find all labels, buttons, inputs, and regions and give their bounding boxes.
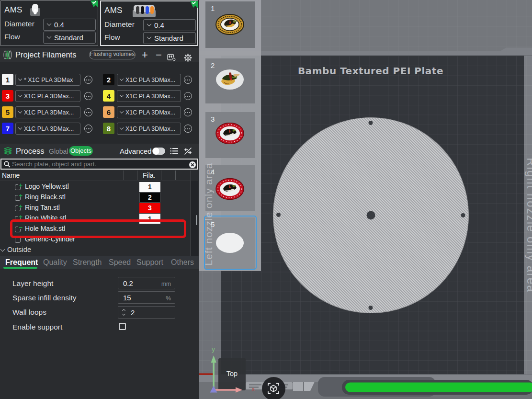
chevron-down-icon <box>147 34 152 39</box>
ams-1-diameter-select[interactable]: 0.4 <box>43 19 96 31</box>
tab-quality[interactable]: Quality <box>43 258 67 267</box>
ams-1-diameter-label: Diameter <box>4 20 34 28</box>
list-view-icon[interactable] <box>170 148 179 155</box>
process-scope-objects[interactable]: Objects <box>69 146 93 156</box>
plate-1-preview <box>215 14 244 35</box>
filament-6-edit-button[interactable] <box>184 108 192 116</box>
chevron-down-icon <box>18 93 22 97</box>
filament-8-edit-button[interactable] <box>184 125 192 133</box>
filament-1-edit-button[interactable] <box>84 76 92 84</box>
stepper-up-icon[interactable] <box>122 308 126 312</box>
filament-3-edit-button[interactable] <box>84 92 92 100</box>
cube-scan-icon <box>266 381 281 396</box>
filament-6-swatch[interactable]: 6 <box>103 106 114 118</box>
remove-filament-button[interactable]: − <box>156 48 162 62</box>
tab-speed[interactable]: Speed <box>109 258 131 267</box>
ams-panel-2[interactable]: AMS Diameter 0.4 Flow Standard <box>100 0 198 46</box>
disk-hole-bottom <box>369 306 373 310</box>
plate-thumbnail-1[interactable]: 1 <box>205 1 255 48</box>
filament-1-select[interactable]: * X1C PLA 3DMax <box>15 74 80 86</box>
process-scope-global[interactable]: Global <box>49 148 68 155</box>
layer-height-input[interactable]: 0.2 mm <box>118 277 175 289</box>
search-placeholder: Search plate, object and part. <box>12 160 96 168</box>
filament-3-select[interactable]: X1C PLA 3DMax... <box>15 90 80 102</box>
search-input[interactable]: Search plate, object and part. <box>0 159 198 170</box>
ams-sync-icon[interactable] <box>167 51 176 65</box>
ams-1-diameter-value: 0.4 <box>54 21 64 29</box>
filament-7-select[interactable]: X1C PLA 3DMax... <box>15 123 80 135</box>
filament-2-edit-button[interactable] <box>184 76 192 84</box>
chevron-down-icon <box>147 22 152 26</box>
stepper-down-icon[interactable] <box>122 313 126 316</box>
plate-rim-tab <box>293 382 303 391</box>
ams-1-ok-check-icon <box>90 0 98 8</box>
object-row-name[interactable]: Logo Yellow.stl <box>25 182 69 190</box>
chevron-down-icon <box>120 77 124 80</box>
chevron-down-icon <box>18 125 22 129</box>
clear-search-icon[interactable] <box>189 161 196 169</box>
tab-others[interactable]: Others <box>171 258 194 267</box>
filament-5-select[interactable]: X1C PLA 3DMax... <box>15 106 80 118</box>
tab-support[interactable]: Support <box>136 258 163 267</box>
enable-support-checkbox[interactable] <box>119 323 126 330</box>
sparse-infill-input[interactable]: 15 % <box>118 291 175 304</box>
disk-model[interactable] <box>273 118 469 313</box>
process-bar: Process Global Objects Advanced <box>0 144 199 158</box>
disk-center-hole <box>367 211 375 220</box>
collapse-chevron-icon[interactable] <box>0 247 5 252</box>
toggle-knob <box>153 148 160 155</box>
gear-icon[interactable] <box>184 51 192 65</box>
isometric-view-button[interactable] <box>262 377 285 399</box>
project-filaments-bar: Project Filaments Flushing volumes + − <box>0 48 199 62</box>
outside-group-row[interactable]: Outside <box>7 246 31 253</box>
flushing-volumes-button[interactable]: Flushing volumes <box>89 50 136 59</box>
filament-name: X1C PLA 3DMax... <box>125 109 175 116</box>
process-layers-icon <box>3 147 12 155</box>
scrollbar-thumb[interactable] <box>196 215 197 225</box>
disk-hole-left <box>276 213 281 217</box>
plate-number: 1 <box>211 4 215 12</box>
plate-name-text: Bambu Textured PEI Plate <box>298 65 443 77</box>
filament-2-select[interactable]: X1C PLA 3DMax... <box>117 74 181 86</box>
viewport-3d[interactable]: 1 2 <box>199 0 532 399</box>
filament-7-swatch[interactable]: 7 <box>2 123 13 134</box>
filament-8-swatch[interactable]: 8 <box>103 123 114 134</box>
compare-params-icon[interactable] <box>184 147 192 155</box>
filament-1-swatch[interactable]: 1 <box>2 74 13 85</box>
object-list: Name Fila. + Logo Yellow.stl1 + Ring Bla… <box>0 170 199 256</box>
view-orientation-box[interactable]: Top <box>218 358 246 390</box>
ams-2-flow-select[interactable]: Standard <box>143 32 196 44</box>
filament-assignment-badge[interactable]: 1 <box>139 182 160 192</box>
advanced-toggle[interactable] <box>152 148 165 155</box>
column-separator <box>124 171 124 180</box>
tab-strength[interactable]: Strength <box>73 258 102 267</box>
ams-1-flow-value: Standard <box>54 34 83 42</box>
filament-3-swatch[interactable]: 3 <box>2 90 13 102</box>
wall-loops-stepper[interactable]: 2 <box>118 306 175 319</box>
plate-thumbnail-2[interactable]: 2 <box>205 58 255 103</box>
ams-panel-1[interactable]: AMS Diameter 0.4 Flow Standard <box>0 0 98 46</box>
left-sidebar: AMS Diameter 0.4 Flow Standard <box>0 0 199 399</box>
filament-2-swatch[interactable]: 2 <box>103 74 114 85</box>
plate-thumbnail-3[interactable]: 3 <box>205 112 255 158</box>
part-add-icon: + <box>15 205 21 211</box>
tab-frequent[interactable]: Frequent <box>5 258 38 267</box>
filament-5-edit-button[interactable] <box>84 108 92 116</box>
object-row-name[interactable]: Ring Black.stl <box>25 193 66 201</box>
filament-assignment-badge[interactable]: 2 <box>139 193 160 203</box>
filament-7-edit-button[interactable] <box>84 125 92 133</box>
filament-name: X1C PLA 3DMax... <box>125 77 175 83</box>
object-list-scrollbar[interactable] <box>191 181 198 256</box>
ams-2-diameter-select[interactable]: 0.4 <box>143 19 196 31</box>
plate-number: 3 <box>211 115 215 123</box>
filament-4-select[interactable]: X1C PLA 3DMax... <box>117 90 181 102</box>
filament-4-edit-button[interactable] <box>184 92 192 100</box>
filament-6-select[interactable]: X1C PLA 3DMax... <box>117 106 181 118</box>
filament-assignment-badge[interactable]: 3 <box>139 203 160 213</box>
add-filament-button[interactable]: + <box>142 48 148 62</box>
object-row-name[interactable]: Ring Tan.stl <box>25 204 60 211</box>
filament-5-swatch[interactable]: 5 <box>2 106 13 118</box>
ams-1-flow-select[interactable]: Standard <box>43 32 96 44</box>
filament-8-select[interactable]: X1C PLA 3DMax... <box>117 123 181 135</box>
filament-4-swatch[interactable]: 4 <box>103 90 114 102</box>
